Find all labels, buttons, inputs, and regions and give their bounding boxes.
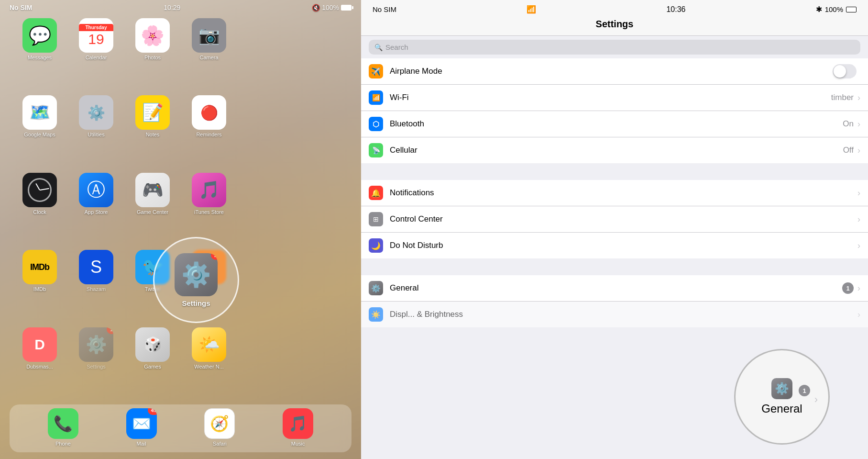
phone-label: Phone (55, 441, 71, 447)
search-placeholder: Search (385, 43, 408, 51)
app-shazam[interactable]: S Shazam (70, 250, 122, 322)
dock-safari[interactable]: 🧭 Safari (204, 408, 235, 447)
app-dubsmash[interactable]: D Dubsmas... (13, 327, 66, 400)
wifi-label: Wi-Fi (390, 93, 831, 102)
notifications-label: Notifications (390, 188, 857, 198)
app-grid: 💬 Messages Thursday 19 Calendar 🌸 Photos (0, 13, 361, 404)
notifications-icon: 🔔 (369, 186, 383, 200)
dock-music[interactable]: 🎵 Music (283, 408, 313, 447)
settings-zoom-circle-left: ⚙️ 1 Settings (153, 237, 239, 323)
app-camera[interactable]: 📷 Camera (183, 18, 235, 90)
app-gamecenter[interactable]: 🎮 Game Center (126, 173, 179, 245)
section-spacer-1 (361, 163, 868, 180)
weather-label: Weather N... (194, 364, 224, 369)
imdb-icon-img: IMDb (22, 250, 57, 284)
general-zoom-badge: 1 (799, 385, 810, 396)
settings-label: Settings (87, 364, 106, 369)
bluetooth-icon: ⬡ (369, 117, 383, 131)
imdb-label: IMDb (33, 286, 46, 292)
donotdisturb-label: Do Not Disturb (390, 241, 857, 250)
reminders-icon-img: 🔴 (192, 95, 226, 130)
settings-zoom-label: Settings (182, 299, 210, 307)
appstore-label: App Store (85, 209, 108, 215)
shazam-icon-img: S (79, 250, 113, 284)
calendar-icon-img: Thursday 19 (79, 18, 113, 53)
app-googlemaps[interactable]: 🗺️ Google Maps (13, 95, 66, 168)
settings-status-bar: No SIM 📶 10:36 ✱ 100% (361, 0, 868, 17)
row-general[interactable]: ⚙️ General 1 › (361, 275, 868, 302)
left-phone-panel: No SIM 10:29 🔇 100% 💬 Messages Thursday (0, 0, 361, 459)
airplane-mode-toggle[interactable] (833, 64, 857, 78)
battery-percent: 100% (322, 4, 339, 11)
calendar-label: Calendar (86, 55, 107, 60)
app-games[interactable]: 🎲 Games (126, 327, 179, 400)
dock-phone[interactable]: 📞 Phone (48, 408, 78, 447)
app-utilities[interactable]: ⚙️ Utilities (70, 95, 122, 168)
app-clock[interactable]: Clock (13, 173, 66, 245)
cellular-label: Cellular (390, 146, 843, 155)
row-display[interactable]: ☀️ Displ... & Brightness › (361, 302, 868, 327)
signal-icon: 🔇 (312, 4, 320, 11)
settings-search-bar: 🔍 Search (361, 36, 868, 58)
app-appstore[interactable]: Ⓐ App Store (70, 173, 122, 245)
appstore-icon-img: Ⓐ (79, 173, 113, 207)
itunesstore-label: iTunes Store (194, 209, 224, 215)
wifi-chevron: › (857, 93, 860, 103)
app-notes[interactable]: 📝 Notes (126, 95, 179, 168)
row-notifications[interactable]: 🔔 Notifications › (361, 180, 868, 206)
weather-icon-img: 🌤️ (192, 327, 226, 362)
app-photos[interactable]: 🌸 Photos (126, 18, 179, 90)
general-chevron: › (857, 283, 860, 293)
games-label: Games (144, 364, 161, 369)
controlcenter-chevron: › (857, 214, 860, 224)
phone-status-bar: No SIM 10:29 🔇 100% (0, 0, 361, 13)
app-itunesstore[interactable]: 🎵 iTunes Store (183, 173, 235, 245)
row-cellular[interactable]: 📡 Cellular Off › (361, 137, 868, 163)
general-label: General (390, 283, 842, 293)
photos-icon-img: 🌸 (135, 18, 170, 53)
notes-label: Notes (146, 132, 160, 137)
dubsmash-label: Dubsmas... (26, 364, 53, 369)
clock-icon-img (22, 173, 57, 207)
cellular-icon: 📡 (369, 143, 383, 157)
general-icon: ⚙️ (369, 281, 383, 295)
airplane-mode-icon: ✈️ (369, 64, 383, 78)
gamecenter-icon-img: 🎮 (135, 173, 170, 207)
app-weather[interactable]: 🌤️ Weather N... (183, 327, 235, 400)
dock-mail[interactable]: ✉️ 47 Mail (126, 408, 157, 447)
app-imdb[interactable]: IMDb IMDb (13, 250, 66, 322)
phone-screen: No SIM 10:29 🔇 100% 💬 Messages Thursday (0, 0, 361, 459)
general-zoom-label: General (761, 402, 802, 415)
app-settings[interactable]: ⚙️ 1 Settings (70, 327, 122, 400)
section-connectivity: ✈️ Airplane Mode 📶 Wi-Fi timber › ⬡ Blue… (361, 58, 868, 163)
music-icon-img: 🎵 (283, 408, 313, 439)
mail-icon-img: ✉️ 47 (126, 408, 157, 439)
settings-battery-icon (846, 7, 857, 12)
reminders-label: Reminders (196, 132, 221, 137)
row-bluetooth[interactable]: ⬡ Bluetooth On › (361, 111, 868, 137)
app-calendar[interactable]: Thursday 19 Calendar (70, 18, 122, 90)
bluetooth-label: Bluetooth (390, 119, 843, 129)
battery-area: 🔇 100% (312, 4, 352, 11)
row-airplane-mode[interactable]: ✈️ Airplane Mode (361, 58, 868, 85)
display-chevron: › (857, 310, 860, 320)
clock-hour-hand (35, 183, 40, 190)
search-input-container[interactable]: 🔍 Search (369, 40, 860, 55)
display-label: Displ... & Brightness (390, 310, 857, 319)
shazam-label: Shazam (87, 286, 106, 292)
controlcenter-icon: ⊞ (369, 212, 383, 226)
notes-icon-img: 📝 (135, 95, 170, 130)
photos-label: Photos (144, 55, 161, 60)
settings-title: Settings (361, 17, 868, 36)
mail-label: Mail (137, 441, 146, 447)
time-text: 10:29 (164, 4, 180, 11)
camera-label: Camera (199, 55, 218, 60)
section-notifications: 🔔 Notifications › ⊞ Control Center › 🌙 D… (361, 180, 868, 258)
row-controlcenter[interactable]: ⊞ Control Center › (361, 206, 868, 233)
row-wifi[interactable]: 📶 Wi-Fi timber › (361, 85, 868, 111)
safari-label: Safari (213, 441, 227, 447)
row-donotdisturb[interactable]: 🌙 Do Not Disturb › (361, 233, 868, 258)
app-reminders[interactable]: 🔴 Reminders (183, 95, 235, 168)
app-messages[interactable]: 💬 Messages (13, 18, 66, 90)
wifi-icon: 📶 (369, 90, 383, 105)
